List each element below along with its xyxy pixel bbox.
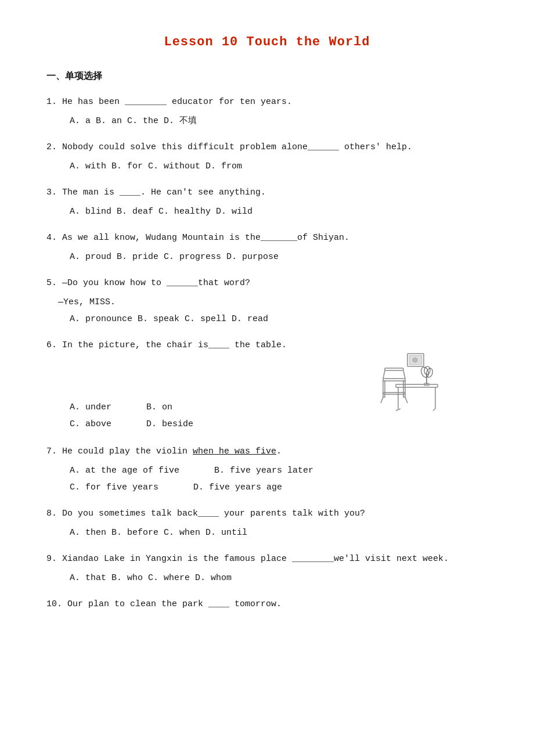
svg-rect-9 [385,368,403,370]
svg-point-2 [413,358,417,362]
q5-text: 5. —Do you know how to ______that word? [46,275,488,291]
svg-rect-6 [383,393,405,394]
q6-opt-a: A. under [70,399,111,415]
question-1: 1. He has been ________ educator for ten… [46,94,488,129]
q3-options: A. blind B. deaf C. healthy D. wild [46,204,488,219]
q10-text: 10. Our plan to clean the park ____ tomo… [46,596,488,612]
q9-text: 9. Xiandao Lake in Yangxin is the famous… [46,551,488,567]
q7-opt-a: A. at the age of five [70,463,179,478]
question-5: 5. —Do you know how to ______that word? … [46,275,488,327]
question-8: 8. Do you sometimes talk back____ your p… [46,506,488,541]
svg-line-10 [383,370,385,379]
question-7: 7. He could play the violin when he was … [46,444,488,495]
q1-text: 1. He has been ________ educator for ten… [46,94,488,110]
q7-opt-d: D. five years age [193,480,282,495]
q8-options: A. then B. before C. when D. until [46,525,488,541]
q7-options: A. at the age of five B. five years late… [46,463,488,495]
question-10: 10. Our plan to clean the park ____ tomo… [46,596,488,612]
svg-line-15 [396,409,400,411]
q3-text: 3. The man is ____. He can't see anythin… [46,185,488,200]
svg-line-16 [433,409,435,411]
question-2: 2. Nobody could solve this difficult pro… [46,139,488,174]
q4-text: 4. As we all know, Wudang Mountain is th… [46,230,488,246]
question-6: 6. In the picture, the chair is____ the … [46,337,488,433]
svg-line-8 [405,397,407,403]
q4-options: A. proud B. pride C. progress D. purpose [46,249,488,265]
q7-underline: when he was five [193,447,276,456]
q6-opt-b: B. on [146,399,172,415]
q7-opt-b: B. five years later [214,463,313,478]
q6-opt-c: C. above [70,416,111,432]
question-9: 9. Xiandao Lake in Yangxin is the famous… [46,551,488,586]
q5-dialog2: —Yes, MISS. [46,294,488,310]
q2-options: A. with B. for C. without D. from [46,159,488,174]
q9-options: A. that B. who C. where D. whom [46,570,488,586]
svg-line-11 [403,370,405,379]
q7-opt-c: C. for five years [70,480,158,495]
desk-image [366,351,441,415]
q2-text: 2. Nobody could solve this difficult pro… [46,139,488,155]
q6-opt-d: D. beside [146,416,193,432]
question-3: 3. The man is ____. He can't see anythin… [46,185,488,219]
svg-rect-4 [383,381,385,397]
svg-rect-3 [383,379,405,381]
q1-options: A. a B. an C. the D. 不填 [46,113,488,129]
svg-rect-5 [403,381,405,397]
q5-options: A. pronounce B. speak C. spell D. read [46,311,488,327]
svg-line-7 [381,397,383,403]
q8-text: 8. Do you sometimes talk back____ your p… [46,506,488,521]
q7-text: 7. He could play the violin when he was … [46,444,488,459]
page-title: Lesson 10 Touch the World [46,35,488,49]
question-4: 4. As we all know, Wudang Mountain is th… [46,230,488,265]
section-header: 一、单项选择 [46,70,488,82]
svg-rect-12 [396,384,438,387]
